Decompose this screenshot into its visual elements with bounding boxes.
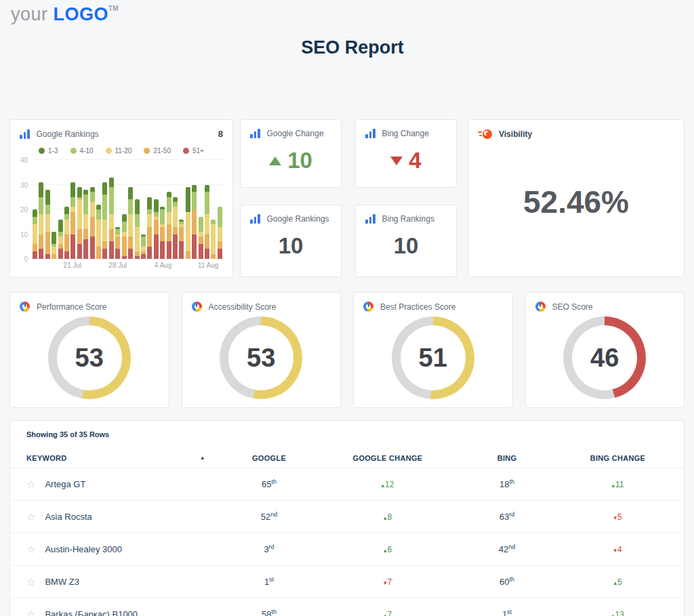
bar-segment-1-3 bbox=[205, 185, 209, 192]
stacked-bar[interactable] bbox=[102, 182, 107, 259]
table-row[interactable]: ☆Asia Rocsta52nd▴863rd▾5 bbox=[10, 501, 684, 533]
card-title: Visibility bbox=[499, 129, 532, 139]
stacked-bar[interactable] bbox=[173, 197, 178, 259]
column-header-keyword[interactable]: KEYWORD▲ bbox=[26, 454, 209, 462]
bar-segment-51+ bbox=[90, 237, 95, 259]
column-header-bing[interactable]: BING bbox=[447, 454, 567, 462]
bing-change-cell: ▴5 bbox=[567, 577, 668, 587]
stacked-bar[interactable] bbox=[192, 185, 197, 260]
logo-brand-text: LOGO bbox=[54, 4, 109, 24]
bar-segment-11-20 bbox=[90, 202, 95, 217]
triangle-up-icon: ▴ bbox=[384, 612, 387, 616]
star-icon[interactable]: ☆ bbox=[26, 576, 35, 588]
google-rank-cell: 3rd bbox=[209, 543, 329, 554]
bar-segment-21-50 bbox=[128, 237, 133, 249]
bar-segment-51+ bbox=[218, 249, 222, 259]
sort-asc-icon[interactable]: ▲ bbox=[200, 455, 209, 461]
stacked-bar[interactable] bbox=[109, 178, 114, 259]
stacked-bar[interactable] bbox=[199, 217, 203, 259]
stacked-bar[interactable] bbox=[64, 207, 69, 259]
bar-segment-51+ bbox=[102, 249, 107, 259]
stacked-bar[interactable] bbox=[160, 207, 165, 259]
bar-segment-11-20 bbox=[102, 220, 107, 242]
table-row[interactable]: ☆Barkas (Баркас) B100058th▴71st▴13 bbox=[10, 598, 684, 616]
bar-segment-4-10 bbox=[167, 197, 171, 212]
bar-segment-11-20 bbox=[147, 214, 152, 226]
stacked-bar[interactable] bbox=[90, 187, 95, 259]
column-header-google[interactable]: GOOGLE bbox=[209, 454, 329, 462]
stacked-bar[interactable] bbox=[186, 187, 190, 259]
bar-segment-21-50 bbox=[33, 244, 37, 251]
google-rank-cell: 52nd bbox=[209, 511, 329, 522]
card-title: Accessibility Score bbox=[209, 302, 277, 312]
bar-segment-4-10 bbox=[160, 209, 165, 224]
stacked-bar[interactable] bbox=[39, 182, 43, 259]
table-header-row: KEYWORD▲ GOOGLE GOOGLE CHANGE BING BING … bbox=[10, 448, 684, 468]
stacked-bar[interactable] bbox=[83, 190, 88, 259]
bar-segment-21-50 bbox=[147, 227, 152, 247]
table-row[interactable]: ☆Artega GT65th▴1218th▴11 bbox=[10, 468, 684, 501]
keyword-cell: ☆Artega GT bbox=[26, 478, 209, 491]
bar-segment-21-50 bbox=[102, 241, 107, 249]
stacked-bar[interactable] bbox=[58, 220, 63, 259]
stacked-bar[interactable] bbox=[52, 232, 56, 259]
bar-segment-4-10 bbox=[90, 192, 95, 202]
star-icon[interactable]: ☆ bbox=[26, 543, 35, 556]
bar-segment-1-3 bbox=[167, 192, 171, 197]
star-icon[interactable]: ☆ bbox=[26, 609, 35, 616]
stacked-bar[interactable] bbox=[77, 187, 82, 259]
stacked-bar[interactable] bbox=[33, 209, 37, 259]
card-title: Google Change bbox=[267, 129, 324, 138]
bar-segment-1-3 bbox=[109, 178, 114, 188]
bar-segment-11-20 bbox=[167, 212, 171, 224]
card-title: SEO Score bbox=[552, 302, 593, 312]
stacked-bar[interactable] bbox=[205, 185, 209, 260]
bar-segment-1-3 bbox=[102, 182, 107, 194]
stacked-bar[interactable] bbox=[70, 182, 75, 259]
semrush-visibility-icon bbox=[478, 129, 492, 139]
bar-segment-4-10 bbox=[192, 192, 197, 209]
stacked-bar[interactable] bbox=[154, 199, 159, 259]
triangle-down-icon: ▾ bbox=[613, 514, 617, 521]
stacked-bar[interactable] bbox=[135, 199, 140, 259]
column-header-bing-change[interactable]: BING CHANGE bbox=[567, 454, 668, 462]
score-value: 51 bbox=[392, 316, 474, 399]
card-title: Best Practices Score bbox=[380, 302, 455, 312]
y-tick-label: 10 bbox=[20, 230, 28, 238]
stacked-bar[interactable] bbox=[122, 214, 127, 259]
stacked-bar[interactable] bbox=[218, 207, 222, 259]
table-row[interactable]: ☆BMW Z31st▾760th▴5 bbox=[10, 566, 684, 598]
score-value: 53 bbox=[220, 316, 302, 399]
bar-segment-11-20 bbox=[211, 224, 216, 254]
stacked-bar[interactable] bbox=[167, 192, 171, 259]
table-row[interactable]: ☆Austin-Healey 30003rd▴642nd▾4 bbox=[10, 533, 684, 566]
stacked-bar[interactable] bbox=[147, 197, 152, 259]
score-gauge: 46 bbox=[563, 316, 646, 399]
kpi-column-google: Google Change 10 Google Rankings 10 bbox=[240, 119, 342, 278]
column-header-google-change[interactable]: GOOGLE CHANGE bbox=[329, 454, 447, 462]
stacked-bar[interactable] bbox=[115, 227, 120, 259]
bing-rank-cell: 60th bbox=[447, 576, 567, 587]
bar-segment-1-3 bbox=[154, 199, 159, 211]
stacked-bar[interactable] bbox=[179, 220, 184, 259]
bar-segment-51+ bbox=[167, 241, 171, 259]
star-icon[interactable]: ☆ bbox=[26, 478, 35, 491]
bar-segment-1-3 bbox=[52, 232, 56, 244]
bar-segment-21-50 bbox=[39, 234, 43, 249]
bar-segment-21-50 bbox=[199, 237, 203, 244]
bing-change-cell: ▴11 bbox=[567, 480, 668, 489]
kpi-column-bing: Bing Change 4 Bing Rankings 10 bbox=[355, 119, 457, 278]
bar-segment-1-3 bbox=[33, 209, 37, 217]
visibility-card: Visibility 52.46% bbox=[468, 119, 685, 277]
bing-rank-cell: 63rd bbox=[447, 511, 567, 522]
stacked-bar[interactable] bbox=[96, 205, 101, 259]
google-rank-cell: 58th bbox=[209, 609, 329, 616]
google-change-cell: ▴12 bbox=[329, 480, 447, 489]
bing-change-card: Bing Change 4 bbox=[355, 119, 457, 188]
stacked-bar[interactable] bbox=[45, 190, 50, 259]
star-icon[interactable]: ☆ bbox=[26, 511, 35, 523]
stacked-bar[interactable] bbox=[128, 187, 133, 259]
stacked-bar[interactable] bbox=[211, 220, 216, 259]
stacked-bar[interactable] bbox=[141, 234, 146, 260]
google-change-cell: ▴7 bbox=[329, 610, 447, 616]
